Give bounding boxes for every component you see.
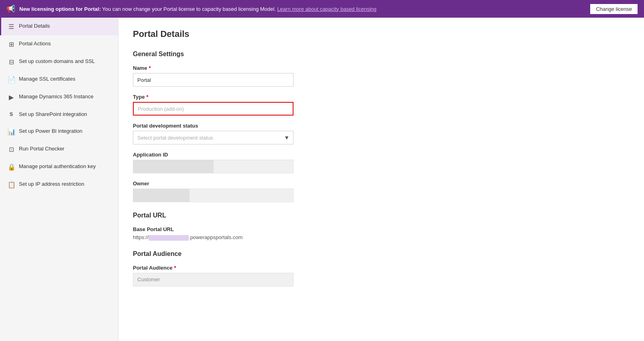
url-redacted-block xyxy=(149,235,189,241)
sidebar-item-ssl-certificates[interactable]: 📄 Manage SSL certificates xyxy=(0,71,118,88)
grid-icon: ⊞ xyxy=(8,41,15,48)
dev-status-select[interactable]: Select portal development status xyxy=(133,131,293,144)
audience-label: Portal Audience * xyxy=(133,265,630,271)
sharepoint-icon: S xyxy=(8,111,15,117)
lock-icon: 🔒 xyxy=(8,163,15,171)
type-input[interactable] xyxy=(133,102,293,116)
notification-banner: 📢 New licensing options for Portal: You … xyxy=(0,0,644,18)
dev-status-field-group: Portal development status Select portal … xyxy=(133,123,630,144)
name-input[interactable] xyxy=(133,73,293,87)
general-settings-heading: General Settings xyxy=(133,51,630,58)
sidebar-item-label: Portal Actions xyxy=(19,40,51,47)
document-icon: ☰ xyxy=(8,23,15,30)
restriction-icon: 📋 xyxy=(8,181,15,189)
page-title: Portal Details xyxy=(133,29,630,39)
app-id-label: Application ID xyxy=(133,152,630,158)
sidebar: ☰ Portal Details ⊞ Portal Actions ⊟ Set … xyxy=(0,18,118,341)
sidebar-item-label: Manage Dynamics 365 Instance xyxy=(19,93,94,100)
sidebar-item-label: Set up SharePoint integration xyxy=(19,111,87,118)
owner-label: Owner xyxy=(133,181,630,187)
base-url-value: https://.powerappsportals.com xyxy=(133,234,630,241)
play-icon: ▶ xyxy=(8,93,15,101)
app-id-field-group: Application ID xyxy=(133,152,630,173)
banner-message: New licensing options for Portal: You ca… xyxy=(19,6,586,12)
base-url-label: Base Portal URL xyxy=(133,226,630,232)
general-settings-section: General Settings Name * Type * Portal d xyxy=(133,51,630,202)
type-field-group: Type * xyxy=(133,94,630,116)
sidebar-item-label: Manage portal authentication key xyxy=(19,163,96,170)
sidebar-item-portal-actions[interactable]: ⊞ Portal Actions xyxy=(0,35,118,53)
sidebar-item-dynamics-instance[interactable]: ▶ Manage Dynamics 365 Instance xyxy=(0,88,118,106)
portal-url-heading: Portal URL xyxy=(133,212,630,219)
portal-audience-section: Portal Audience Portal Audience * Custom… xyxy=(133,250,630,286)
portal-url-section: Portal URL Base Portal URL https://.powe… xyxy=(133,212,630,241)
learn-more-link[interactable]: Learn more about capacity based licensin… xyxy=(277,6,376,12)
main-content: Portal Details General Settings Name * T… xyxy=(118,18,644,341)
sidebar-item-auth-key[interactable]: 🔒 Manage portal authentication key xyxy=(0,158,118,176)
announcement-icon: 📢 xyxy=(6,4,15,13)
base-url-field-group: Base Portal URL https://.powerappsportal… xyxy=(133,226,630,241)
domain-icon: ⊟ xyxy=(8,58,15,66)
owner-readonly xyxy=(133,189,293,202)
sidebar-item-label: Set up custom domains and SSL xyxy=(19,58,95,65)
sidebar-item-label: Run Portal Checker xyxy=(19,145,64,152)
certificate-icon: 📄 xyxy=(8,76,15,83)
sidebar-item-label: Portal Details xyxy=(19,22,50,30)
change-license-button[interactable]: Change license xyxy=(590,4,638,14)
sidebar-item-ip-restriction[interactable]: 📋 Set up IP address restriction xyxy=(0,176,118,193)
app-id-readonly xyxy=(133,160,293,173)
main-layout: ☰ Portal Details ⊞ Portal Actions ⊟ Set … xyxy=(0,18,644,341)
owner-field-group: Owner xyxy=(133,181,630,202)
audience-readonly: Customer xyxy=(133,273,293,286)
sidebar-item-custom-domains[interactable]: ⊟ Set up custom domains and SSL xyxy=(0,53,118,71)
chart-icon: 📊 xyxy=(8,128,15,136)
sidebar-item-label: Set up IP address restriction xyxy=(19,181,84,188)
sidebar-item-label: Manage SSL certificates xyxy=(19,75,75,83)
dev-status-select-wrapper: Select portal development status ▼ xyxy=(133,131,293,144)
sidebar-item-power-bi[interactable]: 📊 Set up Power BI integration xyxy=(0,123,118,140)
checker-icon: ⊡ xyxy=(8,146,15,153)
portal-audience-heading: Portal Audience xyxy=(133,250,630,258)
sidebar-item-label: Set up Power BI integration xyxy=(19,128,82,135)
audience-field-group: Portal Audience * Customer xyxy=(133,265,630,286)
sidebar-item-sharepoint[interactable]: S Set up SharePoint integration xyxy=(0,106,118,123)
sidebar-item-portal-details[interactable]: ☰ Portal Details xyxy=(0,18,118,35)
name-field-group: Name * xyxy=(133,65,630,87)
name-required: * xyxy=(149,65,151,71)
audience-required: * xyxy=(174,265,176,271)
sidebar-item-portal-checker[interactable]: ⊡ Run Portal Checker xyxy=(0,140,118,158)
dev-status-label: Portal development status xyxy=(133,123,630,129)
name-label: Name * xyxy=(133,65,630,71)
type-required: * xyxy=(146,94,148,100)
type-label: Type * xyxy=(133,94,630,100)
